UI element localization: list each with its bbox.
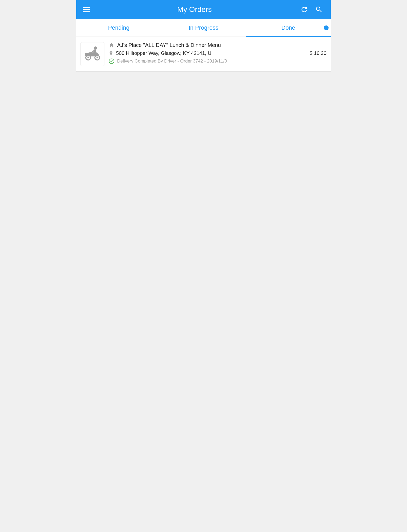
refresh-button[interactable] <box>299 4 309 15</box>
svg-point-8 <box>109 59 114 64</box>
tab-pending[interactable]: Pending <box>76 19 161 37</box>
completed-check-icon <box>109 58 114 64</box>
order-thumbnail <box>81 42 104 66</box>
search-button[interactable] <box>314 4 324 15</box>
location-icon <box>109 50 113 56</box>
order-status-text: Delivery Completed By Driver - Order 374… <box>117 59 227 64</box>
svg-point-0 <box>94 46 97 50</box>
table-row[interactable]: AJ's Place "ALL DAY" Lunch & Dinner Menu… <box>76 37 331 72</box>
restaurant-name: AJ's Place "ALL DAY" Lunch & Dinner Menu <box>117 42 221 48</box>
home-icon <box>109 42 114 48</box>
address-row: 500 Hilltopper Way, Glasgow, KY 42141, U… <box>109 50 326 56</box>
tab-bar: Pending In Progress Done <box>76 19 331 37</box>
svg-point-5 <box>96 57 98 58</box>
status-row: Delivery Completed By Driver - Order 374… <box>109 58 326 64</box>
page-title: My Orders <box>90 5 299 14</box>
restaurant-row: AJ's Place "ALL DAY" Lunch & Dinner Menu <box>109 42 326 48</box>
app-header: My Orders <box>76 0 331 19</box>
svg-point-3 <box>87 57 89 58</box>
delivery-scooter-icon <box>83 45 102 64</box>
tab-done[interactable]: Done <box>246 19 331 37</box>
order-address: 500 Hilltopper Way, Glasgow, KY 42141, U <box>116 50 211 56</box>
tab-in-progress[interactable]: In Progress <box>161 19 246 37</box>
page-body <box>76 72 331 442</box>
menu-button[interactable] <box>83 7 90 12</box>
active-tab-indicator <box>324 25 329 30</box>
order-price: $ 16.30 <box>310 50 326 56</box>
svg-rect-6 <box>85 53 89 56</box>
order-list: AJ's Place "ALL DAY" Lunch & Dinner Menu… <box>76 37 331 72</box>
order-details: AJ's Place "ALL DAY" Lunch & Dinner Menu… <box>109 42 326 64</box>
